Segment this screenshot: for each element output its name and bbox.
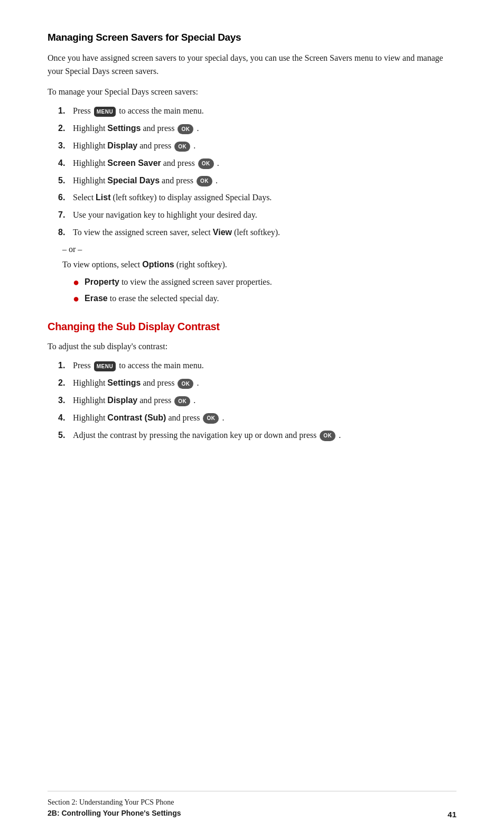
section2-step-1: 1. Press MENU to access the main menu. xyxy=(58,359,456,372)
bullet-content: Erase to erase the selected special day. xyxy=(85,292,219,305)
ok-badge: OK xyxy=(178,124,193,135)
section2-step-4: 4. Highlight Contrast (Sub) and press OK… xyxy=(58,412,456,425)
menu-badge: MENU xyxy=(94,107,116,117)
bold-contrast-sub: Contrast (Sub) xyxy=(107,413,166,422)
section2-step-3: 3. Highlight Display and press OK . xyxy=(58,394,456,407)
ok-badge: OK xyxy=(174,142,190,152)
bold-list: List xyxy=(96,193,110,202)
section1-step-1: 1. Press MENU to access the main menu. xyxy=(58,105,456,118)
step-content: Adjust the contrast by pressing the navi… xyxy=(73,429,456,442)
ok-badge: OK xyxy=(198,158,214,169)
section1-step-4: 4. Highlight Screen Saver and press OK . xyxy=(58,157,456,170)
step-content: Highlight Settings and press OK . xyxy=(73,377,456,390)
bold-property: Property xyxy=(85,277,119,286)
footer-chapter-label: 2B: Controlling Your Phone's Settings xyxy=(48,808,181,819)
step-content: To view the assigned screen saver, selec… xyxy=(73,226,456,239)
section2-step-2: 2. Highlight Settings and press OK . xyxy=(58,377,456,390)
section1-step-2: 2. Highlight Settings and press OK . xyxy=(58,122,456,135)
bullet-content: Property to view the assigned screen sav… xyxy=(85,276,272,289)
ok-badge: OK xyxy=(174,396,190,407)
footer-page-number: 41 xyxy=(447,810,456,819)
step-number: 4. xyxy=(58,412,73,425)
step-content: Highlight Display and press OK . xyxy=(73,139,456,153)
step-content: Use your navigation key to highlight you… xyxy=(73,209,456,222)
step-content: Highlight Display and press OK . xyxy=(73,394,456,407)
or-line: – or – xyxy=(62,245,456,254)
bullet-dot-icon: ● xyxy=(73,275,79,290)
step-number: 8. xyxy=(58,226,73,239)
step-number: 6. xyxy=(58,191,73,204)
options-text: To view options, select Options (right s… xyxy=(62,258,456,272)
section1-heading: Managing Screen Savers for Special Days xyxy=(48,32,456,43)
step-number: 2. xyxy=(58,377,73,390)
step-number: 3. xyxy=(58,394,73,407)
bold-settings: Settings xyxy=(107,378,141,387)
step-number: 2. xyxy=(58,122,73,135)
step-content: Select List (left softkey) to display as… xyxy=(73,191,456,204)
step-content: Highlight Settings and press OK . xyxy=(73,122,456,135)
menu-badge: MENU xyxy=(94,361,116,372)
section1-intro-para1: Once you have assigned screen savers to … xyxy=(48,52,456,78)
bullet-erase: ● Erase to erase the selected special da… xyxy=(73,292,456,306)
footer-section-label: Section 2: Understanding Your PCS Phone xyxy=(48,797,181,808)
section2-steps: 1. Press MENU to access the main menu. 2… xyxy=(58,359,456,442)
bold-settings: Settings xyxy=(107,124,141,133)
section1-step-5: 5. Highlight Special Days and press OK . xyxy=(58,174,456,188)
step-number: 1. xyxy=(58,105,73,118)
bullet-list: ● Property to view the assigned screen s… xyxy=(73,276,456,306)
bold-display: Display xyxy=(107,141,137,150)
bold-options: Options xyxy=(142,260,174,269)
section1-step-6: 6. Select List (left softkey) to display… xyxy=(58,191,456,204)
step-content: Highlight Special Days and press OK . xyxy=(73,174,456,188)
step-number: 4. xyxy=(58,157,73,170)
section1-step-3: 3. Highlight Display and press OK . xyxy=(58,139,456,153)
bullet-property: ● Property to view the assigned screen s… xyxy=(73,276,456,290)
section2-heading: Changing the Sub Display Contrast xyxy=(48,321,456,333)
ok-badge: OK xyxy=(197,176,212,186)
bold-specialdays: Special Days xyxy=(107,176,160,185)
step-number: 1. xyxy=(58,359,73,372)
step-content: Press MENU to access the main menu. xyxy=(73,359,456,372)
step-number: 3. xyxy=(58,139,73,153)
bold-display: Display xyxy=(107,396,137,405)
step-number: 5. xyxy=(58,174,73,188)
section1-intro-para2: To manage your Special Days screen saver… xyxy=(48,86,456,99)
section1-step-7: 7. Use your navigation key to highlight … xyxy=(58,209,456,222)
step-content: Highlight Screen Saver and press OK . xyxy=(73,157,456,170)
step-content: Press MENU to access the main menu. xyxy=(73,105,456,118)
ok-badge: OK xyxy=(178,379,193,389)
step-number: 7. xyxy=(58,209,73,222)
bold-screensaver: Screen Saver xyxy=(107,158,161,167)
page-content: Managing Screen Savers for Special Days … xyxy=(0,0,504,500)
ok-badge: OK xyxy=(203,413,219,424)
page-footer: Section 2: Understanding Your PCS Phone … xyxy=(48,791,456,819)
section1-steps: 1. Press MENU to access the main menu. 2… xyxy=(58,105,456,239)
step-content: Highlight Contrast (Sub) and press OK . xyxy=(73,412,456,425)
bold-view: View xyxy=(213,228,232,237)
ok-badge: OK xyxy=(320,431,335,441)
section2-step-5: 5. Adjust the contrast by pressing the n… xyxy=(58,429,456,442)
section1-step-8: 8. To view the assigned screen saver, se… xyxy=(58,226,456,239)
section2-intro: To adjust the sub display's contrast: xyxy=(48,340,456,353)
step-number: 5. xyxy=(58,429,73,442)
footer-left: Section 2: Understanding Your PCS Phone … xyxy=(48,797,181,819)
bullet-dot-icon: ● xyxy=(73,291,79,306)
bold-erase: Erase xyxy=(85,294,108,303)
